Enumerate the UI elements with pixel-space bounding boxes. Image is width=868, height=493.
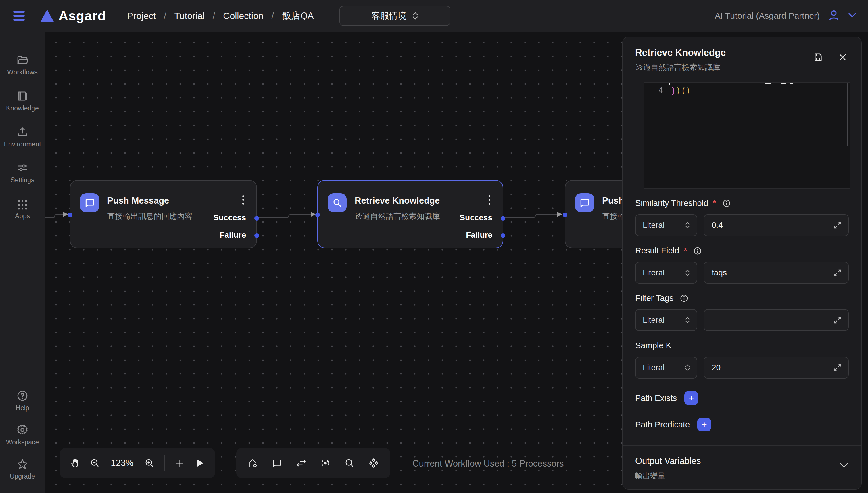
pan-hand-icon[interactable] <box>70 458 80 468</box>
required-asterisk: * <box>713 198 716 208</box>
user-icon[interactable] <box>827 8 840 23</box>
port-label-failure: Failure <box>220 230 246 240</box>
path-exists-row: Path Exists + <box>635 391 849 405</box>
field-value-input[interactable]: 20 <box>704 357 849 379</box>
add-path-predicate-button[interactable]: + <box>697 417 711 431</box>
sidebar-item-label: Workspace <box>6 438 39 446</box>
field-label: Result Field <box>635 246 679 255</box>
expand-icon[interactable] <box>832 220 842 230</box>
code-line: 4 })() <box>644 86 691 95</box>
input-port[interactable] <box>68 213 72 217</box>
expand-icon[interactable] <box>832 363 842 372</box>
expand-icon[interactable] <box>832 268 842 278</box>
port-label-success: Success <box>213 213 246 222</box>
run-workflow-icon[interactable] <box>195 458 205 468</box>
folder-icon <box>16 54 28 66</box>
chat-bubble-icon <box>575 193 594 212</box>
swap-arrows-icon[interactable] <box>296 458 306 468</box>
sidebar-item-workflows[interactable]: Workflows <box>0 54 45 76</box>
breadcrumb-separator: / <box>164 11 166 21</box>
add-icon[interactable] <box>175 458 185 468</box>
node-subtitle: 直接輸出訊息的回應內容 <box>107 211 192 221</box>
node-menu-kebab-icon[interactable] <box>484 193 495 207</box>
node-menu-kebab-icon[interactable] <box>237 193 249 207</box>
info-icon[interactable] <box>722 199 731 208</box>
field-sample-k: Sample K * Literal 20 <box>635 341 849 379</box>
logo-text: Asgard <box>59 8 106 24</box>
node-retrieve-knowledge[interactable]: Retrieve Knowledge 透過自然語言檢索知識庫 Success F… <box>317 180 503 248</box>
sidebar-item-label: Help <box>16 404 29 412</box>
breadcrumb-collection[interactable]: Collection <box>223 10 264 21</box>
value-type-select[interactable]: Literal <box>635 309 697 331</box>
sidebar-item-label: Workflows <box>7 68 38 76</box>
breadcrumb-project[interactable]: Project <box>127 10 156 21</box>
chevron-down-icon[interactable] <box>839 462 849 470</box>
rerun-agent-icon[interactable] <box>320 458 330 468</box>
breadcrumb-current[interactable]: 飯店QA <box>282 9 314 22</box>
field-value: 0.4 <box>712 221 832 230</box>
sidebar-item-help[interactable]: Help <box>0 390 45 412</box>
code-editor[interactable]: 4 })() <box>644 82 850 189</box>
info-icon[interactable] <box>680 294 688 303</box>
success-port[interactable] <box>254 216 259 221</box>
sidebar-item-label: Settings <box>10 176 34 184</box>
input-port[interactable] <box>315 213 320 217</box>
app-logo[interactable]: Asgard <box>40 8 106 24</box>
success-port[interactable] <box>501 216 505 221</box>
sidebar-item-environment[interactable]: Environment <box>0 126 45 148</box>
search-icon[interactable] <box>344 458 355 468</box>
value-type-select[interactable]: Literal <box>635 357 697 379</box>
value-type-selected: Literal <box>643 363 664 372</box>
section-subtitle: 輸出變量 <box>635 471 849 481</box>
environment-selector-value: 客服情境 <box>372 10 406 22</box>
account-label: AI Tutorial (Asgard Partner) <box>715 11 820 21</box>
node-config-panel: Retrieve Knowledge 透過自然語言檢索知識庫 <box>622 37 862 490</box>
fit-view-icon[interactable] <box>368 458 379 468</box>
sidebar-item-settings[interactable]: Settings <box>0 162 45 184</box>
comment-icon[interactable] <box>272 458 282 468</box>
hamburger-menu-icon[interactable] <box>12 9 26 22</box>
editor-scrollbar[interactable] <box>847 83 848 146</box>
info-icon[interactable] <box>693 246 702 255</box>
input-port[interactable] <box>563 213 567 217</box>
close-icon[interactable] <box>838 52 848 62</box>
field-value-input[interactable]: faqs <box>704 262 849 284</box>
add-path-exists-button[interactable]: + <box>684 391 698 405</box>
sidebar-bottom-group: Help Workspace Upgrade <box>0 390 45 480</box>
field-filter-tags: Filter Tags * Literal <box>635 293 849 331</box>
field-label: Filter Tags <box>635 293 673 303</box>
output-variables-section[interactable]: Output Variables 輸出變量 <box>635 446 849 483</box>
code-token-parens: )() <box>676 86 691 95</box>
field-value-input[interactable] <box>704 309 849 331</box>
environment-selector[interactable]: 客服情境 <box>339 6 450 26</box>
field-value-input[interactable]: 0.4 <box>704 214 849 236</box>
sidebar-item-upgrade[interactable]: Upgrade <box>0 458 45 480</box>
port-label-failure: Failure <box>466 230 492 240</box>
add-node-icon[interactable] <box>248 458 258 468</box>
zoom-out-icon[interactable] <box>90 458 100 468</box>
save-icon[interactable] <box>813 52 823 62</box>
failure-port[interactable] <box>501 233 505 238</box>
edge-retrieve-to-push2 <box>504 214 557 218</box>
app-window: Asgard Project / Tutorial / Collection /… <box>0 0 868 493</box>
zoom-in-icon[interactable] <box>144 458 155 468</box>
select-updown-icon <box>685 364 690 371</box>
value-type-select[interactable]: Literal <box>635 262 697 284</box>
navbar-left: Asgard Project / Tutorial / Collection /… <box>12 6 450 26</box>
breadcrumb-tutorial[interactable]: Tutorial <box>174 10 205 21</box>
logo-triangle-icon <box>40 9 54 22</box>
expand-icon[interactable] <box>832 315 842 325</box>
breadcrumb: Project / Tutorial / Collection / 飯店QA <box>127 9 314 22</box>
sidebar-item-apps[interactable]: Apps <box>0 198 45 220</box>
sidebar-top-group: Workflows Knowledge Environment Settings… <box>0 54 45 220</box>
sidebar-item-label: Upgrade <box>10 473 35 480</box>
sidebar-item-workspace[interactable]: Workspace <box>0 424 45 446</box>
node-push-message[interactable]: Push Message 直接輸出訊息的回應內容 Success Failure <box>70 180 257 248</box>
failure-port[interactable] <box>254 233 259 238</box>
question-circle-icon <box>16 390 28 402</box>
value-type-select[interactable]: Literal <box>635 214 697 236</box>
edge-into-push-message <box>45 214 63 218</box>
account-chevron-down-icon[interactable] <box>848 13 856 19</box>
grid-icon <box>16 198 28 210</box>
sidebar-item-knowledge[interactable]: Knowledge <box>0 90 45 112</box>
